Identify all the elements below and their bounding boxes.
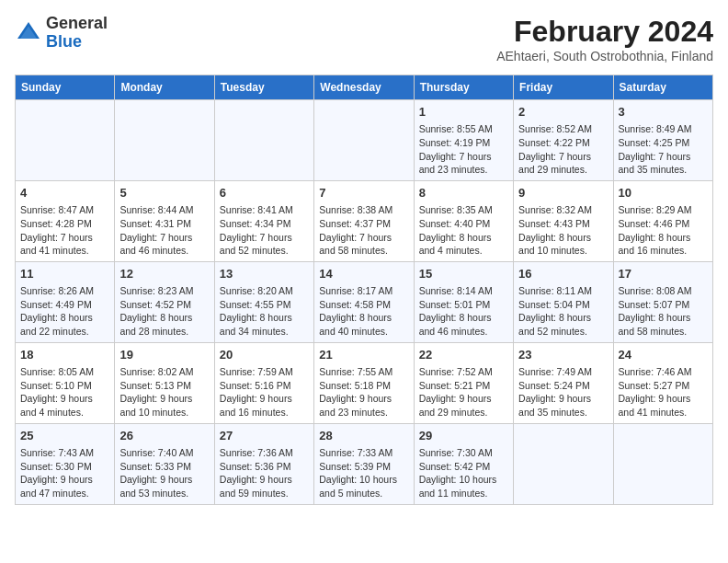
- calendar-cell: 26Sunrise: 7:40 AM Sunset: 5:33 PM Dayli…: [115, 423, 214, 504]
- calendar-cell: 17Sunrise: 8:08 AM Sunset: 5:07 PM Dayli…: [613, 261, 712, 342]
- day-info: Sunrise: 7:40 AM Sunset: 5:33 PM Dayligh…: [119, 446, 209, 500]
- weekday-header-friday: Friday: [514, 75, 613, 100]
- day-number: 9: [518, 185, 608, 201]
- logo: General Blue: [15, 15, 108, 52]
- day-info: Sunrise: 7:30 AM Sunset: 5:42 PM Dayligh…: [419, 446, 508, 500]
- calendar-cell: 28Sunrise: 7:33 AM Sunset: 5:39 PM Dayli…: [314, 423, 414, 504]
- day-number: 2: [518, 104, 608, 121]
- weekday-header-wednesday: Wednesday: [314, 75, 414, 100]
- day-number: 3: [619, 104, 708, 121]
- day-number: 10: [619, 185, 708, 201]
- day-info: Sunrise: 8:05 AM Sunset: 5:10 PM Dayligh…: [20, 365, 109, 419]
- day-info: Sunrise: 8:23 AM Sunset: 4:52 PM Dayligh…: [119, 284, 209, 339]
- day-number: 14: [319, 266, 408, 282]
- day-number: 8: [419, 185, 508, 201]
- calendar-cell: 27Sunrise: 7:36 AM Sunset: 5:36 PM Dayli…: [214, 423, 313, 504]
- day-number: 22: [419, 347, 508, 363]
- day-number: 20: [220, 347, 309, 363]
- location-subtitle: AEhtaeri, South Ostrobothnia, Finland: [496, 49, 713, 63]
- calendar-cell: 12Sunrise: 8:23 AM Sunset: 4:52 PM Dayli…: [115, 261, 214, 342]
- day-info: Sunrise: 8:38 AM Sunset: 4:37 PM Dayligh…: [319, 203, 408, 258]
- calendar-cell: 25Sunrise: 7:43 AM Sunset: 5:30 PM Dayli…: [16, 423, 115, 504]
- calendar-week-5: 25Sunrise: 7:43 AM Sunset: 5:30 PM Dayli…: [16, 423, 713, 504]
- calendar-cell: 16Sunrise: 8:11 AM Sunset: 5:04 PM Dayli…: [514, 261, 613, 342]
- weekday-header-row: SundayMondayTuesdayWednesdayThursdayFrid…: [16, 75, 713, 100]
- day-info: Sunrise: 8:08 AM Sunset: 5:07 PM Dayligh…: [619, 284, 708, 339]
- day-info: Sunrise: 8:44 AM Sunset: 4:31 PM Dayligh…: [119, 203, 209, 258]
- calendar-table: SundayMondayTuesdayWednesdayThursdayFrid…: [15, 75, 713, 505]
- day-info: Sunrise: 7:33 AM Sunset: 5:39 PM Dayligh…: [319, 446, 408, 500]
- day-info: Sunrise: 8:02 AM Sunset: 5:13 PM Dayligh…: [119, 365, 209, 419]
- logo-text: General Blue: [46, 15, 108, 52]
- day-info: Sunrise: 8:11 AM Sunset: 5:04 PM Dayligh…: [518, 284, 608, 339]
- day-info: Sunrise: 8:26 AM Sunset: 4:49 PM Dayligh…: [20, 284, 109, 339]
- calendar-cell: 20Sunrise: 7:59 AM Sunset: 5:16 PM Dayli…: [214, 342, 313, 423]
- day-number: 11: [20, 266, 109, 282]
- day-info: Sunrise: 7:52 AM Sunset: 5:21 PM Dayligh…: [419, 365, 508, 419]
- day-number: 24: [619, 347, 708, 363]
- day-number: 18: [20, 347, 109, 363]
- weekday-header-sunday: Sunday: [16, 75, 115, 100]
- calendar-cell: 5Sunrise: 8:44 AM Sunset: 4:31 PM Daylig…: [115, 180, 214, 261]
- day-number: 17: [619, 266, 708, 282]
- day-info: Sunrise: 8:41 AM Sunset: 4:34 PM Dayligh…: [220, 203, 309, 258]
- logo-general: General: [46, 14, 108, 32]
- day-number: 1: [419, 104, 508, 121]
- day-info: Sunrise: 7:49 AM Sunset: 5:24 PM Dayligh…: [518, 365, 608, 419]
- day-info: Sunrise: 8:32 AM Sunset: 4:43 PM Dayligh…: [518, 203, 608, 258]
- page-header: General Blue February 2024 AEhtaeri, Sou…: [15, 15, 713, 63]
- day-info: Sunrise: 7:46 AM Sunset: 5:27 PM Dayligh…: [619, 365, 708, 419]
- day-info: Sunrise: 7:43 AM Sunset: 5:30 PM Dayligh…: [20, 446, 109, 500]
- day-info: Sunrise: 8:14 AM Sunset: 5:01 PM Dayligh…: [419, 284, 508, 339]
- day-number: 4: [20, 185, 109, 201]
- calendar-cell: 22Sunrise: 7:52 AM Sunset: 5:21 PM Dayli…: [414, 342, 513, 423]
- weekday-header-thursday: Thursday: [414, 75, 513, 100]
- day-number: 28: [319, 428, 408, 444]
- day-number: 25: [20, 428, 109, 444]
- day-info: Sunrise: 7:55 AM Sunset: 5:18 PM Dayligh…: [319, 365, 408, 419]
- calendar-cell: 3Sunrise: 8:49 AM Sunset: 4:25 PM Daylig…: [613, 100, 712, 181]
- day-info: Sunrise: 8:52 AM Sunset: 4:22 PM Dayligh…: [518, 122, 608, 177]
- day-number: 15: [419, 266, 508, 282]
- calendar-cell: 21Sunrise: 7:55 AM Sunset: 5:18 PM Dayli…: [314, 342, 414, 423]
- calendar-week-4: 18Sunrise: 8:05 AM Sunset: 5:10 PM Dayli…: [16, 342, 713, 423]
- calendar-cell: 11Sunrise: 8:26 AM Sunset: 4:49 PM Dayli…: [16, 261, 115, 342]
- day-number: 12: [119, 266, 209, 282]
- day-number: 13: [220, 266, 309, 282]
- calendar-cell: 14Sunrise: 8:17 AM Sunset: 4:58 PM Dayli…: [314, 261, 414, 342]
- day-number: 7: [319, 185, 408, 201]
- calendar-cell: 4Sunrise: 8:47 AM Sunset: 4:28 PM Daylig…: [16, 180, 115, 261]
- calendar-cell: [514, 423, 613, 504]
- calendar-cell: 8Sunrise: 8:35 AM Sunset: 4:40 PM Daylig…: [414, 180, 513, 261]
- day-info: Sunrise: 8:17 AM Sunset: 4:58 PM Dayligh…: [319, 284, 408, 339]
- calendar-week-1: 1Sunrise: 8:55 AM Sunset: 4:19 PM Daylig…: [16, 100, 713, 181]
- calendar-cell: 9Sunrise: 8:32 AM Sunset: 4:43 PM Daylig…: [514, 180, 613, 261]
- weekday-header-saturday: Saturday: [613, 75, 712, 100]
- calendar-cell: 13Sunrise: 8:20 AM Sunset: 4:55 PM Dayli…: [214, 261, 313, 342]
- day-info: Sunrise: 8:35 AM Sunset: 4:40 PM Dayligh…: [419, 203, 508, 258]
- day-number: 26: [119, 428, 209, 444]
- day-info: Sunrise: 8:29 AM Sunset: 4:46 PM Dayligh…: [619, 203, 708, 258]
- day-number: 19: [119, 347, 209, 363]
- calendar-cell: 23Sunrise: 7:49 AM Sunset: 5:24 PM Dayli…: [514, 342, 613, 423]
- day-info: Sunrise: 7:36 AM Sunset: 5:36 PM Dayligh…: [220, 446, 309, 500]
- logo-blue: Blue: [46, 32, 82, 51]
- weekday-header-tuesday: Tuesday: [214, 75, 313, 100]
- day-number: 16: [518, 266, 608, 282]
- logo-icon: [15, 19, 42, 47]
- day-info: Sunrise: 8:20 AM Sunset: 4:55 PM Dayligh…: [220, 284, 309, 339]
- calendar-cell: [314, 100, 414, 181]
- day-number: 21: [319, 347, 408, 363]
- day-number: 23: [518, 347, 608, 363]
- title-block: February 2024 AEhtaeri, South Ostrobothn…: [496, 15, 713, 63]
- calendar-cell: 1Sunrise: 8:55 AM Sunset: 4:19 PM Daylig…: [414, 100, 513, 181]
- calendar-cell: 7Sunrise: 8:38 AM Sunset: 4:37 PM Daylig…: [314, 180, 414, 261]
- calendar-cell: 15Sunrise: 8:14 AM Sunset: 5:01 PM Dayli…: [414, 261, 513, 342]
- day-number: 5: [119, 185, 209, 201]
- day-info: Sunrise: 8:47 AM Sunset: 4:28 PM Dayligh…: [20, 203, 109, 258]
- calendar-cell: 10Sunrise: 8:29 AM Sunset: 4:46 PM Dayli…: [613, 180, 712, 261]
- weekday-header-monday: Monday: [115, 75, 214, 100]
- calendar-cell: 18Sunrise: 8:05 AM Sunset: 5:10 PM Dayli…: [16, 342, 115, 423]
- day-number: 6: [220, 185, 309, 201]
- day-info: Sunrise: 7:59 AM Sunset: 5:16 PM Dayligh…: [220, 365, 309, 419]
